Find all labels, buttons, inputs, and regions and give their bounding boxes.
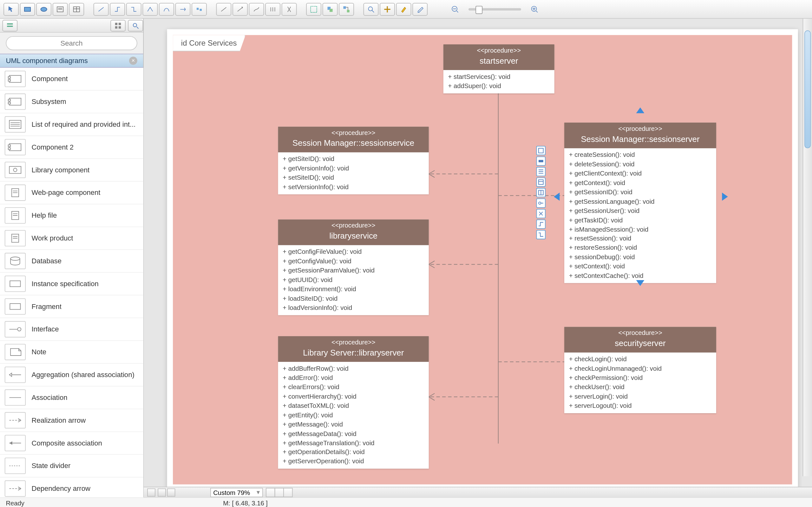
tool-eyedrop[interactable]: [412, 3, 427, 15]
tool-connector-1[interactable]: [94, 3, 109, 15]
sel-tool-9[interactable]: [537, 230, 546, 239]
uml-method: + deleteSession(): void: [569, 160, 711, 169]
library-item-label: Aggregation (shared association): [32, 371, 134, 379]
uml-method: + createSession(): void: [569, 151, 711, 160]
sel-tool-7[interactable]: [537, 209, 546, 218]
view-mode-3[interactable]: [283, 488, 293, 497]
library-item[interactable]: Aggregation (shared association): [0, 363, 143, 386]
uml-method: + getOperationDetails(): void: [283, 448, 424, 457]
library-search-input[interactable]: [6, 36, 137, 50]
library-item-label: Interface: [32, 325, 59, 333]
zoom-out-button[interactable]: [448, 3, 463, 15]
tool-zoom-fit[interactable]: [363, 3, 379, 15]
svg-rect-12: [329, 9, 333, 12]
vertical-scrollbar[interactable]: [803, 19, 812, 476]
svg-rect-10: [310, 6, 316, 12]
library-item[interactable]: Dependency arrow: [0, 477, 143, 498]
tool-pan[interactable]: [380, 3, 395, 15]
tool-connector-7[interactable]: [192, 3, 207, 15]
sel-tool-4[interactable]: [537, 177, 546, 187]
library-item[interactable]: Work product: [0, 227, 143, 250]
library-item[interactable]: Database: [0, 250, 143, 273]
resize-handle-n-icon[interactable]: [636, 107, 645, 113]
tool-table[interactable]: [69, 3, 84, 15]
uml-method: + getMessageData(): void: [283, 429, 424, 439]
sel-tool-8[interactable]: [537, 219, 546, 228]
tool-connector-6[interactable]: [175, 3, 191, 15]
library-item[interactable]: Instance specification: [0, 273, 143, 295]
uml-method: + serverLogin(): void: [569, 392, 711, 401]
tool-connector-2[interactable]: [110, 3, 125, 15]
tool-group-2[interactable]: [322, 3, 338, 15]
resize-handle-w-icon[interactable]: [554, 193, 560, 201]
sel-tool-3[interactable]: [537, 167, 546, 176]
svg-rect-44: [8, 148, 10, 150]
tool-rect[interactable]: [20, 3, 35, 15]
scroll-left-button[interactable]: [158, 488, 166, 497]
library-item[interactable]: State divider: [0, 455, 143, 477]
library-thumb-icon: [5, 207, 26, 224]
uml-sessionserver[interactable]: <<procedure>>Session Manager::sessionser…: [564, 123, 716, 283]
library-item[interactable]: Association: [0, 386, 143, 409]
library-item[interactable]: Help file: [0, 205, 143, 227]
tool-group-3[interactable]: [339, 3, 354, 15]
uml-startserver[interactable]: <<procedure>>startserver + startServices…: [444, 44, 554, 93]
uml-securityserver[interactable]: <<procedure>>securityserver + checkLogin…: [564, 327, 716, 413]
library-item[interactable]: Composite association: [0, 432, 143, 455]
sel-tool-1[interactable]: [537, 146, 546, 155]
tool-line-2[interactable]: [233, 3, 248, 15]
library-thumb-icon: [5, 435, 26, 451]
uml-libraryserver[interactable]: <<procedure>>Library Server::libraryserv…: [278, 336, 429, 469]
uml-method: + setContextCache(): void: [569, 272, 711, 281]
close-icon[interactable]: ×: [129, 57, 137, 65]
canvas-page[interactable]: id Core Services: [167, 29, 798, 487]
tool-connector-5[interactable]: [159, 3, 174, 15]
library-item[interactable]: Web-page component: [0, 181, 143, 205]
tool-ellipse[interactable]: [36, 3, 51, 15]
view-mode-2[interactable]: [275, 488, 284, 497]
tool-line-5[interactable]: [282, 3, 297, 15]
tool-connector-3[interactable]: [126, 3, 142, 15]
zoom-in-button[interactable]: [527, 3, 542, 15]
library-item[interactable]: Note: [0, 341, 143, 364]
library-thumb-icon: [5, 116, 26, 133]
library-item-label: List of required and provided int...: [32, 120, 136, 128]
tool-pointer[interactable]: [3, 3, 19, 15]
scroll-right-button[interactable]: [167, 488, 175, 497]
zoom-slider[interactable]: [468, 8, 521, 10]
library-item[interactable]: Component 2: [0, 136, 143, 159]
tool-line-1[interactable]: [216, 3, 231, 15]
library-item[interactable]: Realization arrow: [0, 409, 143, 432]
library-section-header[interactable]: UML component diagrams ×: [0, 54, 143, 67]
zoom-level-select[interactable]: Custom 79%▾: [210, 488, 263, 497]
library-item[interactable]: Component: [0, 68, 143, 91]
uml-method: + checkLoginUnmanaged(): void: [569, 364, 711, 373]
sel-tool-2[interactable]: [537, 157, 546, 166]
tool-line-3[interactable]: [249, 3, 264, 15]
library-item[interactable]: Subsystem: [0, 90, 143, 113]
tool-group-1[interactable]: [306, 3, 321, 15]
library-toggle-button[interactable]: [2, 20, 17, 32]
tool-connector-4[interactable]: [142, 3, 158, 15]
view-mode-1[interactable]: [266, 488, 275, 497]
library-search-button[interactable]: [128, 20, 143, 32]
tool-line-4[interactable]: [265, 3, 281, 15]
library-item[interactable]: Fragment: [0, 295, 143, 318]
tool-text[interactable]: [53, 3, 68, 15]
sel-tool-6[interactable]: [537, 199, 546, 208]
sel-tool-5[interactable]: [537, 188, 546, 197]
library-item[interactable]: Library component: [0, 159, 143, 181]
library-item[interactable]: Interface: [0, 318, 143, 341]
uml-libraryservice[interactable]: <<procedure>>libraryservice + getConfigF…: [278, 219, 429, 315]
resize-handle-e-icon[interactable]: [722, 193, 728, 201]
svg-line-23: [536, 10, 538, 12]
tool-highlight[interactable]: [396, 3, 411, 15]
uml-method: + getConfigValue(): void: [283, 257, 424, 266]
uml-sessionservice[interactable]: <<procedure>>Session Manager::sessionser…: [278, 127, 429, 194]
scroll-pause-button[interactable]: [147, 488, 155, 497]
library-item[interactable]: List of required and provided int...: [0, 113, 143, 136]
resize-handle-s-icon[interactable]: [636, 280, 645, 286]
canvas-scroll[interactable]: id Core Services: [144, 19, 812, 487]
library-thumb-icon: [5, 321, 26, 337]
library-grid-view[interactable]: [110, 20, 125, 32]
